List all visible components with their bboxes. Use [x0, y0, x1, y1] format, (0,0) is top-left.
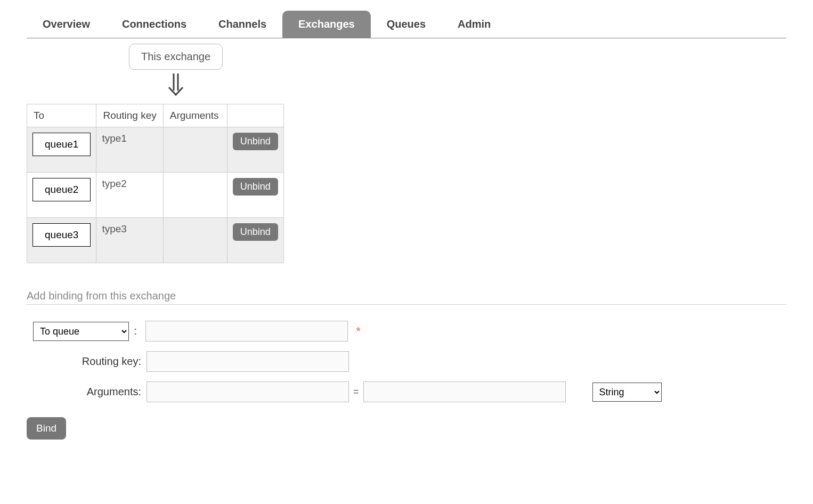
col-action — [227, 104, 283, 127]
argument-type-select[interactable]: String — [592, 383, 662, 402]
tab-overview[interactable]: Overview — [27, 11, 106, 38]
routing-key-cell: type2 — [96, 173, 163, 218]
required-marker: * — [356, 324, 361, 338]
unbind-button[interactable]: Unbind — [233, 178, 278, 196]
source-exchange-box: This exchange — [129, 44, 223, 70]
table-row: queue2 type2 Unbind — [27, 173, 284, 218]
arrow-down-icon — [167, 72, 185, 99]
routing-key-cell: type3 — [96, 218, 163, 263]
table-row: queue3 type3 Unbind — [27, 218, 284, 263]
binding-diagram: This exchange — [123, 44, 229, 104]
add-binding-form: To queue : * Routing key: Arguments: = S… — [27, 321, 786, 440]
tab-admin[interactable]: Admin — [442, 11, 507, 38]
bindings-table: To Routing key Arguments queue1 type1 Un… — [27, 104, 284, 263]
arguments-cell — [163, 173, 227, 218]
destination-name-input[interactable] — [145, 321, 348, 342]
col-arguments: Arguments — [163, 104, 227, 127]
queue-link[interactable]: queue2 — [32, 178, 91, 201]
tab-connections[interactable]: Connections — [106, 11, 202, 38]
unbind-button[interactable]: Unbind — [233, 133, 278, 150]
equals-label: = — [353, 386, 359, 397]
arguments-cell — [163, 218, 227, 263]
routing-key-label: Routing key: — [27, 355, 147, 368]
add-binding-title: Add binding from this exchange — [27, 290, 786, 305]
bind-button[interactable]: Bind — [27, 417, 66, 440]
col-to: To — [27, 104, 96, 127]
argument-value-input[interactable] — [363, 381, 566, 402]
argument-key-input[interactable] — [147, 381, 349, 402]
queue-link[interactable]: queue3 — [32, 223, 91, 247]
col-routing-key: Routing key — [96, 104, 163, 127]
unbind-button[interactable]: Unbind — [233, 223, 278, 241]
colon-label: : — [134, 325, 137, 337]
destination-type-select[interactable]: To queue — [33, 322, 129, 341]
routing-key-cell: type1 — [96, 127, 163, 173]
arguments-label: Arguments: — [27, 386, 147, 398]
tab-exchanges[interactable]: Exchanges — [282, 11, 371, 38]
main-tabs: Overview Connections Channels Exchanges … — [27, 11, 786, 38]
queue-link[interactable]: queue1 — [32, 133, 91, 156]
table-row: queue1 type1 Unbind — [27, 127, 284, 173]
arguments-cell — [163, 127, 227, 173]
routing-key-input[interactable] — [147, 351, 349, 372]
tab-queues[interactable]: Queues — [371, 11, 442, 38]
tab-channels[interactable]: Channels — [202, 11, 282, 38]
